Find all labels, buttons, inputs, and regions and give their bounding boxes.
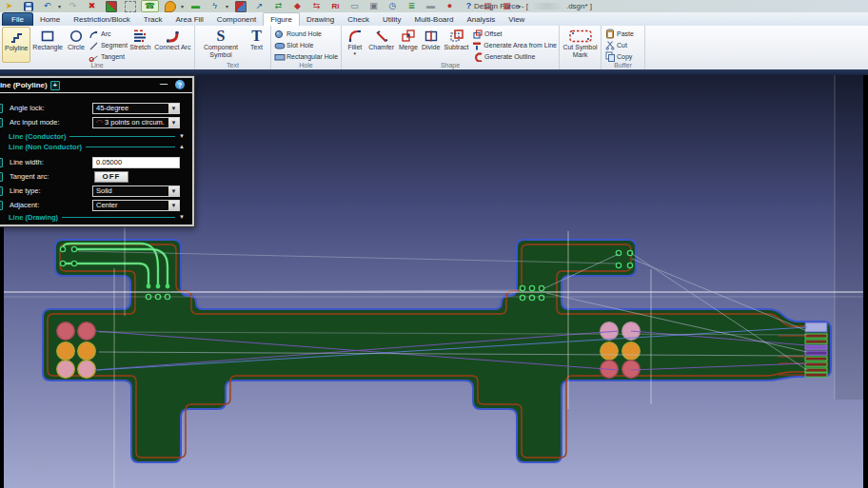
subtract-button[interactable]: Subtract bbox=[442, 27, 471, 61]
fillet-button[interactable]: Fillet ▾ bbox=[344, 27, 366, 61]
line-type-dropdown-icon[interactable]: ▼ bbox=[168, 186, 179, 196]
panel-help-button[interactable]: ? bbox=[175, 80, 185, 89]
section-line-conductor[interactable]: Line (Conductor) ▼ bbox=[0, 131, 192, 141]
copy-button[interactable]: Copy bbox=[603, 51, 642, 62]
divide-button[interactable]: Divide bbox=[420, 27, 442, 61]
tab-restriction-block[interactable]: Restriction/Block bbox=[67, 13, 137, 26]
tab-view[interactable]: View bbox=[502, 13, 531, 26]
angle-lock-dropdown-icon[interactable]: ▼ bbox=[168, 104, 179, 113]
panel-title-bar[interactable]: Line (Polyline) + — ? bbox=[0, 78, 192, 93]
angle-lock-expand-icon[interactable]: + bbox=[0, 104, 3, 113]
grid-colors-icon[interactable] bbox=[232, 1, 248, 11]
tab-track[interactable]: Track bbox=[137, 13, 169, 26]
merge-button[interactable]: Merge bbox=[397, 27, 421, 61]
redo-icon[interactable]: ↷ bbox=[65, 1, 81, 11]
adjacent-dropdown-icon[interactable]: ▼ bbox=[168, 201, 179, 210]
ribbon-group-line: Polyline Rectangle Circle Arc Segment bbox=[0, 26, 195, 69]
board-colors-icon[interactable] bbox=[103, 1, 119, 11]
tab-home[interactable]: Home bbox=[33, 13, 67, 26]
arc-input-mode-select[interactable]: ◠ 3 points on circum. ▼ bbox=[92, 117, 180, 128]
tangent-button[interactable]: Tangent bbox=[88, 51, 128, 62]
alert-icon[interactable]: ● bbox=[442, 1, 458, 11]
save-icon[interactable] bbox=[20, 1, 36, 11]
tab-analysis[interactable]: Analysis bbox=[460, 13, 502, 26]
tab-check[interactable]: Check bbox=[341, 13, 376, 26]
design-canvas[interactable]: Line (Polyline) + — ? + Angle lock: 45-d… bbox=[0, 75, 868, 488]
paste-button[interactable]: Paste bbox=[603, 29, 642, 39]
tab-figure[interactable]: Figure bbox=[263, 12, 300, 26]
polyline-button[interactable]: Polyline bbox=[2, 27, 30, 63]
line-width-input[interactable] bbox=[92, 157, 180, 168]
shape-tool-icon[interactable]: ◆ bbox=[289, 1, 306, 11]
tab-file[interactable]: File bbox=[2, 12, 33, 26]
tab-utility[interactable]: Utility bbox=[376, 13, 408, 26]
tab-multi-board[interactable]: Multi-Board bbox=[408, 13, 461, 26]
cut-symbol-mark-button[interactable]: Cut Symbol Mark bbox=[562, 27, 599, 61]
text-button[interactable]: T Text bbox=[245, 27, 268, 61]
swap-nets-icon[interactable]: ⇄ bbox=[270, 1, 286, 11]
separator-dash-icon: ▬ bbox=[423, 1, 439, 11]
layer-list-icon[interactable]: ≣ bbox=[404, 1, 420, 11]
stretch-button[interactable]: Stretch bbox=[128, 27, 153, 61]
quick-edit-caret-icon[interactable]: ▾ bbox=[226, 3, 228, 10]
adjacent-select[interactable]: Center ▼ bbox=[92, 200, 180, 211]
section-line-non-conductor[interactable]: Line (Non Conductor) ▲ bbox=[0, 142, 192, 151]
tangent-arc-expand-icon[interactable]: + bbox=[0, 172, 3, 182]
display-frame-icon[interactable]: ▭ bbox=[346, 1, 363, 11]
fillet-dropdown-icon[interactable]: ▾ bbox=[354, 51, 357, 55]
conductor-collapse-icon[interactable]: ▼ bbox=[179, 133, 185, 139]
arc-input-expand-icon[interactable]: + bbox=[0, 118, 3, 127]
undo-caret-icon[interactable]: ▾ bbox=[58, 3, 61, 10]
select-pointer-icon[interactable]: ↗ bbox=[251, 1, 267, 11]
tangent-arc-toggle-button[interactable]: OFF bbox=[94, 171, 128, 183]
rectangular-hole-button[interactable]: Rectangular Hole bbox=[273, 51, 339, 62]
delete-icon[interactable]: ✖ bbox=[84, 1, 100, 11]
window-title: Design Force - [.dsgn* ] bbox=[474, 1, 592, 11]
undo-icon[interactable]: ↶ bbox=[39, 1, 55, 11]
circle-button[interactable]: Circle bbox=[65, 27, 88, 61]
line-type-expand-icon[interactable]: + bbox=[0, 186, 3, 196]
arc-button[interactable]: Arc bbox=[88, 29, 128, 39]
generate-outline-button[interactable]: Generate Outline bbox=[471, 51, 557, 62]
rectangle-button[interactable]: Rectangle bbox=[30, 27, 64, 61]
panel-minimize-button[interactable]: — bbox=[160, 79, 168, 88]
offset-button[interactable]: Offset bbox=[471, 29, 557, 39]
zoom-area-icon[interactable] bbox=[122, 1, 138, 11]
segment-button[interactable]: Segment bbox=[88, 40, 128, 50]
connect-arc-button[interactable]: Connect Arc bbox=[153, 27, 192, 61]
component-symbol-button[interactable]: S Component Symbol bbox=[197, 27, 245, 61]
arc-mode-icon: ◠ bbox=[96, 119, 103, 127]
panel-expand-icon[interactable]: + bbox=[50, 81, 60, 90]
annotation-balloon-icon[interactable] bbox=[162, 1, 178, 11]
slot-hole-button[interactable]: Slot Hole bbox=[273, 40, 339, 50]
cut-button[interactable]: Cut bbox=[603, 40, 642, 50]
non-conductor-collapse-icon[interactable]: ▲ bbox=[179, 144, 185, 149]
angle-lock-select[interactable]: 45-degree ▼ bbox=[92, 103, 180, 114]
tab-drawing[interactable]: Drawing bbox=[300, 13, 341, 26]
transfer-icon[interactable]: ⇆ bbox=[308, 1, 325, 11]
ribbon-spacer bbox=[645, 26, 868, 69]
drawing-collapse-icon[interactable]: ▼ bbox=[179, 214, 185, 220]
ribbon-group-shape: Fillet ▾ Chamfer Merge Divide Subtract bbox=[342, 26, 560, 69]
tab-area-fill[interactable]: Area Fill bbox=[169, 13, 210, 26]
line-style-icon[interactable]: ▬ bbox=[187, 1, 204, 11]
adjacent-expand-icon[interactable]: + bbox=[0, 201, 3, 210]
history-clock-icon[interactable]: ◷ bbox=[385, 1, 401, 11]
display-window-icon[interactable]: ▣ bbox=[365, 1, 382, 11]
open-icon[interactable]: ➤ bbox=[1, 1, 17, 11]
chamfer-button[interactable]: Chamfer bbox=[366, 27, 397, 61]
measure-tool-icon[interactable]: ☎ bbox=[141, 0, 159, 12]
round-hole-button[interactable]: Round Hole bbox=[273, 29, 339, 39]
text-icon: T bbox=[251, 28, 262, 44]
section-line-drawing[interactable]: Line (Drawing) ▼ bbox=[0, 212, 192, 222]
arc-input-dropdown-icon[interactable]: ▼ bbox=[168, 118, 179, 127]
rule-check-icon[interactable]: Ri bbox=[327, 1, 344, 11]
stretch-icon bbox=[132, 28, 148, 44]
tab-component[interactable]: Component bbox=[210, 13, 263, 26]
line-type-select[interactable]: Solid ▼ bbox=[92, 185, 180, 197]
design-force-window: ➤ ↶ ▾ ↷ ✖ ☎ ▾ ▬ ϟ ▾ ↗ ⇄ ◆ ⇆ Ri ▭ ▣ ◷ ≣ ▬… bbox=[0, 0, 868, 488]
generate-area-from-line-button[interactable]: Generate Area from Line bbox=[471, 40, 557, 50]
annotation-caret-icon[interactable]: ▾ bbox=[181, 3, 184, 10]
line-width-expand-icon[interactable]: + bbox=[0, 158, 3, 167]
quick-edit-icon[interactable]: ϟ bbox=[207, 1, 223, 11]
